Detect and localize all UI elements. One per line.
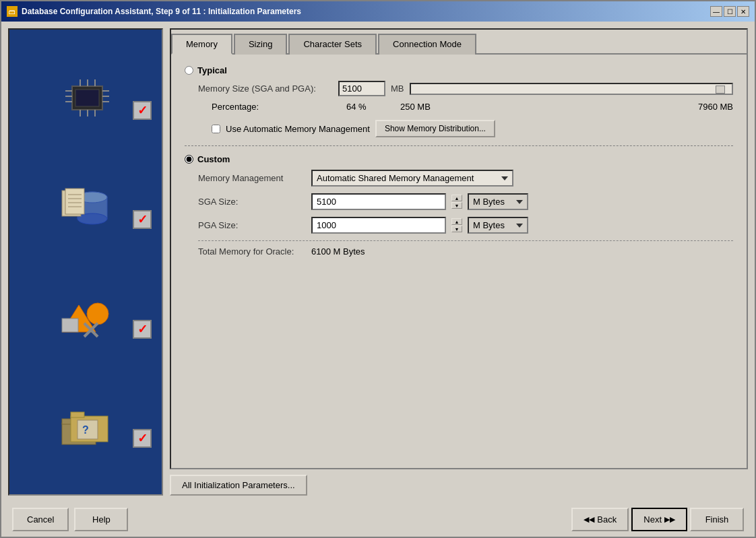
- init-params-section: All Initialization Parameters...: [170, 475, 748, 496]
- total-memory-separator: [198, 240, 733, 246]
- memory-slider-container: [410, 83, 734, 95]
- svg-rect-19: [65, 189, 84, 214]
- footer-right-buttons: ◀◀ Back Next ▶▶ Finish: [571, 508, 744, 531]
- total-memory-display-row: Total Memory for Oracle: 6100 M Bytes: [198, 246, 733, 257]
- shapes-icon: [59, 295, 113, 339]
- step-4-check: ✓: [133, 429, 152, 448]
- pga-unit-arrow-icon: [516, 224, 523, 228]
- pga-down-button[interactable]: ▼: [451, 226, 462, 232]
- sga-size-input[interactable]: [311, 193, 446, 210]
- sga-size-label: SGA Size:: [198, 197, 306, 207]
- custom-options: Memory Management Automatic Shared Memor…: [198, 170, 733, 257]
- init-params-button[interactable]: All Initialization Parameters...: [170, 475, 307, 496]
- memory-size-label: Memory Size (SGA and PGA):: [198, 83, 333, 94]
- pga-size-row: PGA Size: ▲ ▼ M Bytes: [198, 217, 733, 234]
- svg-rect-1: [75, 90, 99, 106]
- sga-up-button[interactable]: ▲: [451, 195, 462, 201]
- svg-point-16: [77, 213, 107, 224]
- docs-icon-wrap: [59, 185, 113, 229]
- auto-memory-checkbox[interactable]: [212, 125, 220, 133]
- dropdown-arrow-icon: [501, 176, 508, 180]
- tab-sizing[interactable]: Sizing: [234, 34, 287, 55]
- auto-memory-row: Use Automatic Memory Management Show Mem…: [212, 120, 733, 137]
- sga-spinner: ▲ ▼: [451, 195, 462, 209]
- shapes-icon-wrap: [59, 295, 113, 339]
- pga-size-label: PGA Size:: [198, 220, 306, 230]
- percentage-label: Percentage:: [212, 102, 346, 112]
- docs-icon: [59, 185, 113, 229]
- percentage-min: 250 MB: [400, 102, 454, 112]
- svg-text:?: ?: [82, 424, 89, 436]
- chip-icon-wrap: [59, 76, 113, 120]
- sga-size-row: SGA Size: ▲ ▼ M Bytes: [198, 193, 733, 210]
- custom-radio[interactable]: [185, 155, 193, 164]
- tab-connection-mode[interactable]: Connection Mode: [378, 34, 476, 55]
- sga-unit-arrow-icon: [516, 200, 523, 204]
- step-2-check: ✓: [133, 210, 152, 229]
- back-button[interactable]: ◀◀ Back: [571, 508, 629, 531]
- total-memory-label: Total Memory for Oracle:: [198, 246, 306, 257]
- pga-up-button[interactable]: ▲: [451, 218, 462, 225]
- auto-memory-label: Use Automatic Memory Management: [226, 124, 370, 134]
- svg-rect-26: [62, 318, 78, 332]
- step-1-icon-item: ✓: [16, 76, 155, 120]
- left-panel: ✓: [8, 28, 163, 496]
- window-title: Database Configuration Assistant, Step 9…: [22, 7, 301, 16]
- next-button[interactable]: Next ▶▶: [631, 508, 687, 531]
- tab-memory[interactable]: Memory: [171, 34, 232, 55]
- tab-bar: Memory Sizing Character Sets Connection …: [171, 30, 747, 55]
- main-window: 🗃 Database Configuration Assistant, Step…: [0, 0, 756, 538]
- typical-group: Typical Memory Size (SGA and PGA): MB: [185, 65, 733, 137]
- memory-size-unit: MB: [391, 83, 404, 94]
- footer: Cancel Help ◀◀ Back Next ▶▶ Finish: [1, 502, 755, 537]
- show-distribution-button[interactable]: Show Memory Distribution...: [375, 120, 495, 137]
- next-arrow-icon: ▶▶: [664, 515, 675, 524]
- memory-size-row: Memory Size (SGA and PGA): MB: [198, 81, 733, 96]
- pga-spinner: ▲ ▼: [451, 218, 462, 232]
- help-button[interactable]: Help: [74, 508, 128, 531]
- step-1-check: ✓: [133, 101, 152, 120]
- minimize-button[interactable]: —: [710, 6, 722, 17]
- percentage-value: 64 %: [346, 102, 387, 112]
- memory-management-dropdown[interactable]: Automatic Shared Memory Management: [311, 170, 513, 187]
- title-bar: 🗃 Database Configuration Assistant, Step…: [1, 1, 755, 22]
- memory-size-input[interactable]: [338, 81, 385, 96]
- cancel-button[interactable]: Cancel: [12, 508, 69, 531]
- folder-question-icon-wrap: ?: [59, 404, 113, 448]
- chip-icon: [59, 76, 113, 120]
- percentage-max: 7960 MB: [698, 102, 733, 112]
- memory-management-row: Memory Management Automatic Shared Memor…: [198, 170, 733, 187]
- restore-button[interactable]: ☐: [724, 6, 736, 17]
- total-memory-row: [198, 240, 733, 246]
- step-4-icon-item: ? ✓: [16, 404, 155, 448]
- typical-radio[interactable]: [185, 66, 193, 75]
- close-button[interactable]: ✕: [737, 6, 749, 17]
- step-3-icon-item: ✓: [16, 295, 155, 339]
- typical-options: Memory Size (SGA and PGA): MB: [198, 81, 733, 137]
- tab-panel: Memory Sizing Character Sets Connection …: [170, 28, 748, 469]
- custom-radio-label[interactable]: Custom: [185, 154, 733, 164]
- memory-management-label: Memory Management: [198, 173, 306, 183]
- step-2-icon-item: ✓: [16, 185, 155, 229]
- tab-memory-content: Typical Memory Size (SGA and PGA): MB: [171, 55, 747, 274]
- step-3-check: ✓: [133, 320, 152, 339]
- pga-size-input[interactable]: [311, 217, 446, 234]
- finish-button[interactable]: Finish: [690, 508, 744, 531]
- folder-question-icon: ?: [59, 404, 113, 448]
- custom-group: Custom Memory Management Automatic Share…: [185, 154, 733, 257]
- pga-unit-dropdown[interactable]: M Bytes: [468, 217, 528, 234]
- svg-point-25: [87, 303, 108, 325]
- memory-slider-track[interactable]: [410, 83, 734, 95]
- app-icon: 🗃: [7, 6, 18, 17]
- percentage-row: Percentage: 64 % 250 MB 7960 MB: [212, 102, 733, 112]
- tab-character-sets[interactable]: Character Sets: [288, 34, 377, 55]
- total-memory-value: 6100 M Bytes: [311, 246, 365, 257]
- sga-unit-dropdown[interactable]: M Bytes: [468, 193, 528, 210]
- typical-radio-label[interactable]: Typical: [185, 65, 733, 75]
- divider: [185, 145, 733, 146]
- footer-left-buttons: Cancel Help: [12, 508, 128, 531]
- back-arrow-icon: ◀◀: [584, 515, 594, 524]
- svg-rect-32: [71, 412, 84, 417]
- sga-down-button[interactable]: ▼: [451, 202, 462, 209]
